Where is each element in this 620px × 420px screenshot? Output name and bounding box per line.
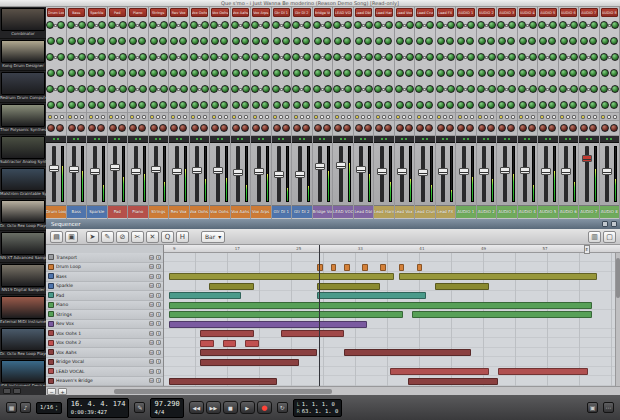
arrangement-clip[interactable]	[245, 340, 259, 347]
rack-fold-button[interactable]	[3, 388, 11, 394]
eq-knob[interactable]	[529, 21, 537, 29]
zoom-out-button[interactable]: −	[47, 388, 56, 395]
clip-area[interactable]	[164, 253, 615, 386]
eq-knob[interactable]	[119, 21, 127, 29]
horizontal-scrollbar-thumb[interactable]	[114, 389, 332, 394]
track-row[interactable]: TransportMS	[46, 253, 163, 263]
eq-knob[interactable]	[589, 101, 597, 109]
eq-knob[interactable]	[314, 101, 322, 109]
eq-knob[interactable]	[437, 37, 445, 45]
eq-knob[interactable]	[519, 37, 527, 45]
arrow-down-icon[interactable]: ▾	[55, 408, 57, 412]
rack-device[interactable]: Subtractor Analog Synthesizer	[0, 136, 46, 167]
channel-name-label[interactable]: AUDIO 4	[518, 205, 538, 218]
channel-button[interactable]	[505, 115, 509, 119]
gate-knob[interactable]	[77, 124, 85, 132]
eq-knob[interactable]	[437, 101, 445, 109]
arrangement-clip[interactable]	[344, 349, 470, 356]
rack-device[interactable]: NN-XT Advanced Sampler	[0, 232, 46, 263]
comp-knob[interactable]	[519, 124, 527, 132]
channel-button[interactable]	[423, 115, 427, 119]
channel-name-label[interactable]: AUDIO 1	[456, 205, 476, 218]
gate-knob[interactable]	[405, 124, 413, 132]
eq-knob[interactable]	[56, 37, 64, 45]
channel-button[interactable]	[142, 115, 146, 119]
eq-knob[interactable]	[169, 21, 177, 29]
midi-input-icon[interactable]: ▦	[6, 402, 17, 413]
fader-handle[interactable]	[459, 168, 469, 175]
eq-knob[interactable]	[128, 85, 136, 93]
comp-knob[interactable]	[375, 124, 383, 132]
gate-knob[interactable]	[569, 124, 577, 132]
rack-device[interactable]: ID8 Instrument Device	[0, 360, 46, 386]
channel-button[interactable]	[285, 115, 289, 119]
eq-knob[interactable]	[97, 37, 105, 45]
solo-button[interactable]: S	[156, 359, 161, 364]
track-row[interactable]: BassMS	[46, 272, 163, 282]
comp-knob[interactable]	[191, 124, 199, 132]
gate-knob[interactable]	[220, 124, 228, 132]
channel-button[interactable]	[382, 115, 386, 119]
channel-button[interactable]	[484, 115, 488, 119]
channel-button[interactable]	[335, 115, 339, 119]
eq-knob[interactable]	[78, 85, 86, 93]
eq-knob[interactable]	[528, 101, 536, 109]
eq-knob[interactable]	[210, 85, 218, 93]
mute-button[interactable]: M	[149, 274, 154, 279]
gate-knob[interactable]	[118, 124, 126, 132]
eq-knob[interactable]	[68, 37, 76, 45]
gate-knob[interactable]	[343, 124, 351, 132]
arrangement-clip[interactable]	[408, 378, 498, 385]
eq-knob[interactable]	[201, 53, 209, 61]
eq-knob[interactable]	[498, 69, 506, 77]
channel-button[interactable]	[60, 115, 64, 119]
fader-handle[interactable]	[295, 171, 305, 178]
eq-knob[interactable]	[488, 53, 496, 61]
solo-button[interactable]: S	[156, 302, 161, 307]
gate-knob[interactable]	[446, 124, 454, 132]
channel-button[interactable]	[470, 115, 474, 119]
mute-button[interactable]: M	[149, 378, 154, 383]
eq-knob[interactable]	[355, 69, 363, 77]
hand-tool-icon[interactable]: H	[176, 231, 189, 243]
eq-knob[interactable]	[293, 37, 301, 45]
arrangement-clip[interactable]	[223, 340, 237, 347]
eq-knob[interactable]	[344, 85, 352, 93]
eq-knob[interactable]	[303, 53, 311, 61]
eq-knob[interactable]	[220, 101, 228, 109]
eq-knob[interactable]	[601, 37, 609, 45]
eq-knob[interactable]	[579, 85, 587, 93]
channel-button[interactable]	[320, 115, 324, 119]
fader-handle[interactable]	[233, 169, 243, 176]
channel-button[interactable]	[101, 115, 105, 119]
channel-button[interactable]	[601, 115, 605, 119]
eq-knob[interactable]	[447, 21, 455, 29]
edit-mode-toggle-icon[interactable]: ▣	[65, 231, 78, 243]
channel-name-label[interactable]: Vox Oohs 1	[190, 205, 210, 218]
fader-handle[interactable]	[49, 165, 59, 172]
eq-knob[interactable]	[457, 69, 465, 77]
eq-knob[interactable]	[354, 53, 362, 61]
channel-name-label[interactable]: Vox Arps	[251, 205, 271, 218]
eq-knob[interactable]	[385, 53, 393, 61]
eq-knob[interactable]	[395, 21, 403, 29]
eq-knob[interactable]	[528, 37, 536, 45]
mute-button[interactable]: M	[149, 359, 154, 364]
comp-knob[interactable]	[539, 124, 547, 132]
arrangement-clip[interactable]	[390, 368, 489, 375]
eq-knob[interactable]	[406, 21, 414, 29]
arrangement-clip[interactable]	[331, 264, 336, 271]
channel-button[interactable]	[464, 115, 468, 119]
channel-button[interactable]	[566, 115, 570, 119]
eq-knob[interactable]	[119, 53, 127, 61]
channel-button[interactable]	[560, 115, 564, 119]
track-list-toggle-icon[interactable]: ▤	[50, 231, 63, 243]
eq-knob[interactable]	[548, 101, 556, 109]
arrangement-clip[interactable]	[200, 340, 214, 347]
eq-knob[interactable]	[56, 101, 64, 109]
eq-knob[interactable]	[200, 37, 208, 45]
channel-name-label[interactable]: LEAD VOCAL	[333, 205, 353, 218]
eq-knob[interactable]	[333, 21, 341, 29]
eq-knob[interactable]	[580, 37, 588, 45]
comp-knob[interactable]	[457, 124, 465, 132]
